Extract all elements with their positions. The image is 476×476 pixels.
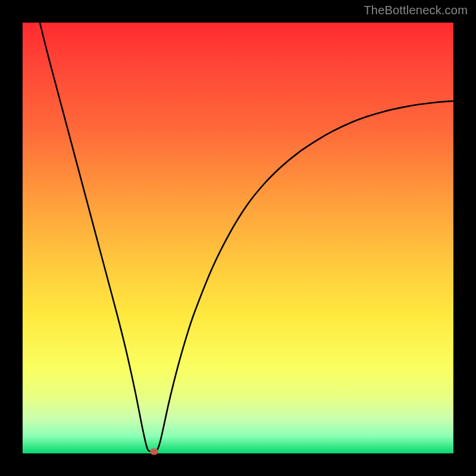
bottleneck-curve [23, 23, 453, 453]
plot-area [23, 23, 453, 453]
chart-frame: TheBottleneck.com [0, 0, 476, 476]
watermark-text: TheBottleneck.com [364, 4, 468, 17]
optimal-point-marker [150, 449, 158, 455]
